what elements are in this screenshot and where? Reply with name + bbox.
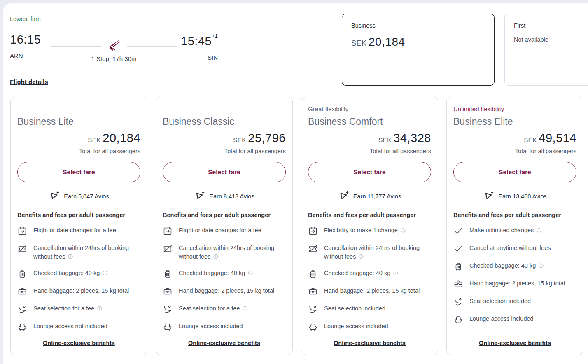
cabin-currency: SEK: [351, 39, 367, 47]
total-passengers-label: Total for all passengers: [308, 148, 431, 154]
benefit-text: Checked baggage: 40 kg: [179, 269, 254, 278]
benefit-seat-selection: Seat selection for a fee: [17, 304, 140, 314]
select-fare-button[interactable]: Select fare: [453, 162, 576, 182]
benefit-text: Hand baggage: 2 pieces, 15 kg total: [33, 287, 129, 295]
fare-card-business-lite: Business Lite SEK 20,184 Total for all p…: [10, 97, 147, 355]
info-icon[interactable]: [67, 253, 74, 260]
benefit-text: Flight or date changes for a fee: [179, 226, 261, 235]
avios-earn-label: Earn 13,460 Avios: [498, 193, 546, 200]
cabin-price: 20,184: [369, 35, 405, 48]
cabin-card-first: First Not available: [504, 14, 588, 86]
info-icon[interactable]: [392, 270, 399, 276]
benefit-checked-baggage: Checked baggage: 40 kg: [17, 269, 140, 279]
avios-earn-label: Earn 5,047 Avios: [64, 193, 109, 200]
cabin-card-business[interactable]: Business SEK 20,184: [342, 14, 495, 86]
benefit-lounge-access: Lounge access included: [163, 322, 286, 332]
avios-icon: [49, 191, 60, 202]
lounge-icon: [163, 322, 173, 332]
fare-currency: SEK: [88, 136, 101, 143]
check-icon: [453, 244, 463, 254]
departure-airport-code: ARN: [10, 52, 48, 59]
benefit-seat-selection: Seat selection included: [453, 297, 576, 307]
arrival-time: 15:45+1: [180, 33, 218, 48]
fare-name: Business Elite: [453, 116, 576, 127]
fare-card-business-classic: Business Classic SEK 25,796 Total for al…: [156, 97, 293, 355]
benefit-text: Cancellation within 24hrs of booking wit…: [179, 244, 286, 261]
calendar-change-icon: [163, 226, 173, 236]
connector-line: [51, 46, 101, 47]
cancellation-ticket-icon: [17, 244, 27, 254]
fare-currency: SEK: [524, 136, 537, 143]
checked-baggage-icon: [453, 261, 463, 271]
hand-baggage-icon: [17, 287, 27, 296]
benefit-text: Cancellation within 24hrs of booking wit…: [33, 244, 140, 261]
info-icon[interactable]: [247, 270, 254, 276]
total-passengers-label: Total for all passengers: [17, 148, 140, 154]
benefit-hand-baggage: Hand baggage: 2 pieces, 15 kg total: [163, 287, 286, 296]
benefit-text: Checked baggage: 40 kg: [469, 261, 544, 270]
select-fare-button[interactable]: Select fare: [163, 162, 286, 182]
info-icon[interactable]: [102, 270, 108, 276]
avios-icon: [338, 191, 349, 202]
lounge-icon: [17, 322, 27, 332]
online-exclusive-benefits-link[interactable]: Online-exclusive benefits: [453, 340, 576, 348]
calendar-change-icon: [308, 226, 318, 236]
benefits-title: Benefits and fees per adult passenger: [308, 212, 431, 218]
calendar-change-icon: [17, 226, 27, 236]
cabin-label: First: [514, 22, 588, 29]
benefit-text: Lounge access included: [469, 315, 534, 323]
fare-name: Business Classic: [163, 116, 286, 127]
flight-path-connector: 1 Stop, 17h 30m: [51, 39, 177, 54]
benefit-lounge-access: Lounge access included: [453, 315, 576, 324]
benefit-hand-baggage: Hand baggage: 2 pieces, 15 kg total: [308, 287, 431, 296]
seat-selection-icon: [163, 304, 173, 314]
benefit-checked-baggage: Checked baggage: 40 kg: [308, 269, 431, 279]
flight-details-link[interactable]: Flight details: [10, 78, 48, 85]
info-icon[interactable]: [96, 305, 103, 312]
benefit-seat-selection: Seat selection for a fee: [163, 304, 286, 314]
benefit-flight-changes: Flight or date changes for a fee: [163, 226, 286, 236]
cancellation-ticket-icon: [163, 244, 173, 254]
online-exclusive-benefits-link[interactable]: Online-exclusive benefits: [163, 340, 286, 348]
online-exclusive-benefits-link[interactable]: Online-exclusive benefits: [308, 340, 431, 348]
benefit-unlimited-changes: Make unlimited changes: [453, 226, 576, 236]
connector-line: [127, 46, 177, 47]
info-icon[interactable]: [212, 253, 219, 260]
seat-selection-icon: [453, 297, 463, 307]
fare-name: Business Lite: [17, 116, 140, 127]
benefit-text: Hand baggage: 2 pieces, 15 kg total: [469, 279, 565, 288]
info-icon[interactable]: [400, 227, 406, 233]
benefit-text: Cancel at anytime without fees: [469, 244, 551, 252]
info-icon[interactable]: [242, 305, 248, 312]
avios-icon: [483, 191, 494, 202]
info-icon[interactable]: [538, 262, 544, 269]
benefit-cancel-anytime: Cancel at anytime without fees: [453, 244, 576, 254]
arrival-airport-code: SIN: [180, 54, 218, 61]
flight-summary: 16:15 ARN 1 Stop, 17h 30m 15:45+1 SIN: [10, 33, 218, 61]
cabin-availability: Not available: [514, 36, 588, 43]
lounge-icon: [453, 315, 463, 324]
online-exclusive-benefits-link[interactable]: Online-exclusive benefits: [17, 340, 140, 348]
benefit-text: Seat selection included: [469, 297, 531, 306]
benefit-flight-changes: Flexibility to make 1 change: [308, 226, 431, 236]
benefit-text: Lounge access included: [179, 322, 243, 331]
info-icon[interactable]: [536, 227, 542, 233]
benefit-text: Seat selection included: [324, 304, 385, 313]
benefits-title: Benefits and fees per adult passenger: [17, 212, 140, 218]
benefit-checked-baggage: Checked baggage: 40 kg: [163, 269, 286, 279]
benefit-text: Hand baggage: 2 pieces, 15 kg total: [179, 287, 274, 295]
benefit-text: Flexibility to make 1 change: [324, 226, 406, 235]
info-icon[interactable]: [358, 253, 364, 260]
lowest-fare-badge: Lowest fare: [10, 16, 41, 22]
benefit-text: Lounge access not included: [33, 322, 107, 331]
benefit-text: Checked baggage: 40 kg: [33, 269, 108, 278]
avios-earn-label: Earn 11,777 Avios: [353, 193, 401, 200]
fare-currency: SEK: [233, 136, 246, 143]
benefit-text: Checked baggage: 40 kg: [324, 269, 399, 278]
fare-tag: [17, 105, 140, 114]
results-panel: Lowest fare 16:15 ARN 1 Stop, 17h 30m 15…: [3, 3, 588, 364]
benefit-text: Seat selection for a fee: [179, 304, 248, 313]
select-fare-button[interactable]: Select fare: [308, 162, 431, 182]
select-fare-button[interactable]: Select fare: [17, 162, 140, 182]
benefit-seat-selection: Seat selection included: [308, 304, 431, 314]
